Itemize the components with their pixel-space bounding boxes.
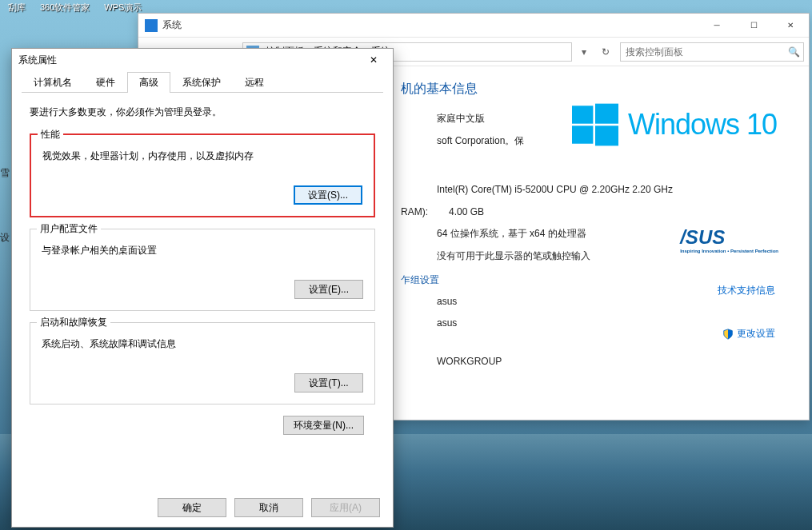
copyright-value: soft Corporation。保 bbox=[437, 133, 524, 150]
env-variables-button[interactable]: 环境变量(N)... bbox=[283, 416, 364, 435]
desktop-icon[interactable]: WPS演示 bbox=[104, 2, 142, 14]
user-profile-desc: 与登录帐户相关的桌面设置 bbox=[42, 244, 363, 257]
svg-rect-1 bbox=[595, 104, 618, 124]
dialog-titlebar: 系统属性 ✕ bbox=[12, 49, 393, 71]
windows-icon bbox=[572, 102, 618, 148]
performance-settings-button[interactable]: 设置(S)... bbox=[294, 185, 362, 205]
dropdown-icon[interactable]: ▾ bbox=[577, 41, 591, 63]
asus-tagline: Inspiring Innovation • Persistent Perfec… bbox=[680, 249, 778, 253]
svg-rect-3 bbox=[595, 126, 618, 145]
computer-name-value: asus bbox=[437, 293, 457, 311]
close-button[interactable]: ✕ bbox=[361, 52, 386, 68]
admin-note: 要进行大多数更改，你必须作为管理员登录。 bbox=[30, 106, 375, 119]
window-title: 系统 bbox=[162, 18, 698, 32]
edition-value: 家庭中文版 bbox=[437, 110, 485, 128]
change-settings-link[interactable]: 更改设置 bbox=[722, 327, 775, 341]
performance-fieldset: 性能 视觉效果，处理器计划，内存使用，以及虚拟内存 设置(S)... bbox=[30, 133, 375, 217]
apply-button[interactable]: 应用(A) bbox=[311, 498, 380, 517]
maximize-button[interactable]: ☐ bbox=[735, 14, 772, 38]
ram-label: RAM): bbox=[401, 204, 449, 221]
svg-rect-0 bbox=[572, 106, 593, 123]
user-profile-settings-button[interactable]: 设置(E)... bbox=[294, 280, 363, 299]
startup-fieldset: 启动和故障恢复 系统启动、系统故障和调试信息 设置(T)... bbox=[30, 322, 375, 404]
minimize-button[interactable]: ─ bbox=[698, 14, 735, 38]
tab-computer-name[interactable]: 计算机名 bbox=[22, 72, 84, 93]
user-profile-fieldset: 用户配置文件 与登录帐户相关的桌面设置 设置(E)... bbox=[30, 229, 375, 311]
pentouch-value: 没有可用于此显示器的笔或触控输入 bbox=[437, 248, 590, 265]
system-icon bbox=[145, 19, 158, 32]
desktop-icon[interactable]: 360软件管家 bbox=[40, 2, 90, 14]
svg-rect-2 bbox=[572, 126, 593, 143]
workgroup-value: WORKGROUP bbox=[437, 353, 502, 371]
search-box: 🔍 bbox=[620, 42, 804, 62]
performance-desc: 视觉效果，处理器计划，内存使用，以及虚拟内存 bbox=[42, 149, 362, 163]
search-input[interactable] bbox=[621, 46, 784, 58]
change-settings-text: 更改设置 bbox=[737, 327, 775, 341]
windows-10-logo: Windows 10 bbox=[572, 102, 777, 148]
desktop-icon[interactable]: 刮库 bbox=[8, 2, 26, 14]
user-profile-legend: 用户配置文件 bbox=[37, 222, 101, 236]
refresh-icon[interactable]: ↻ bbox=[596, 42, 615, 62]
startup-settings-button[interactable]: 设置(T)... bbox=[294, 373, 363, 393]
tab-hardware[interactable]: 硬件 bbox=[84, 72, 127, 93]
tabs: 计算机名 硬件 高级 系统保护 远程 bbox=[22, 71, 383, 93]
system-properties-dialog: 系统属性 ✕ 计算机名 硬件 高级 系统保护 远程 要进行大多数更改，你必须作为… bbox=[11, 48, 394, 528]
startup-desc: 系统启动、系统故障和调试信息 bbox=[42, 337, 363, 351]
systype-value: 64 位操作系统，基于 x64 的处理器 bbox=[437, 225, 586, 243]
ram-value: 4.00 GB bbox=[449, 204, 484, 221]
shield-icon bbox=[722, 329, 734, 340]
desktop-icons: 刮库 360软件管家 WPS演示 bbox=[8, 2, 142, 14]
tab-remote[interactable]: 远程 bbox=[233, 72, 276, 93]
left-edge-fragment: 雪设 bbox=[0, 166, 11, 294]
windows-10-text: Windows 10 bbox=[628, 108, 777, 141]
dialog-title: 系统属性 bbox=[18, 54, 361, 67]
search-icon[interactable]: 🔍 bbox=[784, 42, 803, 62]
computer-fullname-value: asus bbox=[437, 315, 457, 333]
performance-legend: 性能 bbox=[38, 128, 63, 141]
tech-support-link[interactable]: 技术支持信息 bbox=[718, 284, 775, 297]
close-button[interactable]: ✕ bbox=[772, 14, 809, 38]
ok-button[interactable]: 确定 bbox=[158, 498, 226, 517]
tab-advanced[interactable]: 高级 bbox=[127, 72, 170, 93]
page-title: 机的基本信息 bbox=[401, 81, 786, 98]
cpu-value: Intel(R) Core(TM) i5-5200U CPU @ 2.20GHz… bbox=[437, 181, 673, 199]
tab-system-protection[interactable]: 系统保护 bbox=[170, 72, 233, 93]
startup-legend: 启动和故障恢复 bbox=[37, 316, 110, 329]
dialog-footer: 确定 取消 应用(A) bbox=[158, 498, 380, 517]
dialog-content: 要进行大多数更改，你必须作为管理员登录。 性能 视觉效果，处理器计划，内存使用，… bbox=[12, 93, 393, 448]
titlebar: 系统 ─ ☐ ✕ bbox=[138, 14, 809, 38]
asus-logo: /SUS Inspiring Innovation • Persistent P… bbox=[680, 226, 778, 253]
cancel-button[interactable]: 取消 bbox=[234, 498, 303, 517]
